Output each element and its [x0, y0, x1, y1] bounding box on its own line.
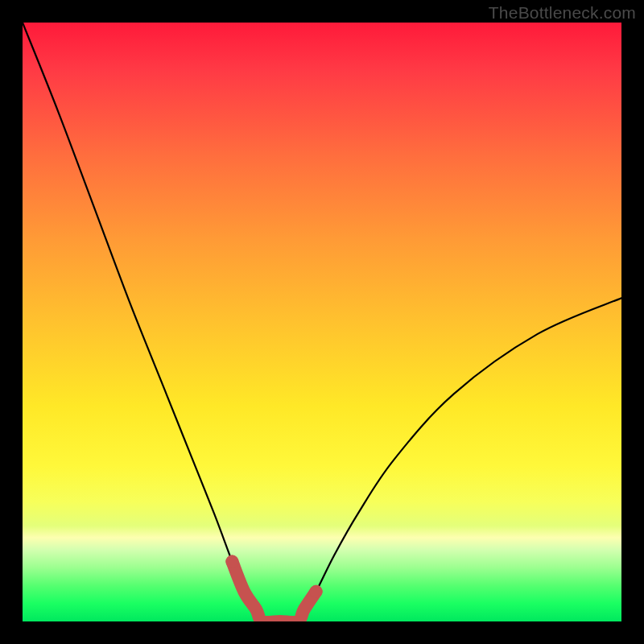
chart-frame: TheBottleneck.com	[0, 0, 644, 644]
bottleneck-curve	[23, 23, 621, 621]
plot-area	[23, 23, 621, 621]
optimal-range-endpoint	[310, 585, 323, 598]
optimal-range-endpoint	[225, 555, 238, 568]
curve-layer	[23, 23, 621, 621]
watermark-text: TheBottleneck.com	[489, 3, 636, 23]
optimal-range-highlight	[232, 562, 316, 621]
